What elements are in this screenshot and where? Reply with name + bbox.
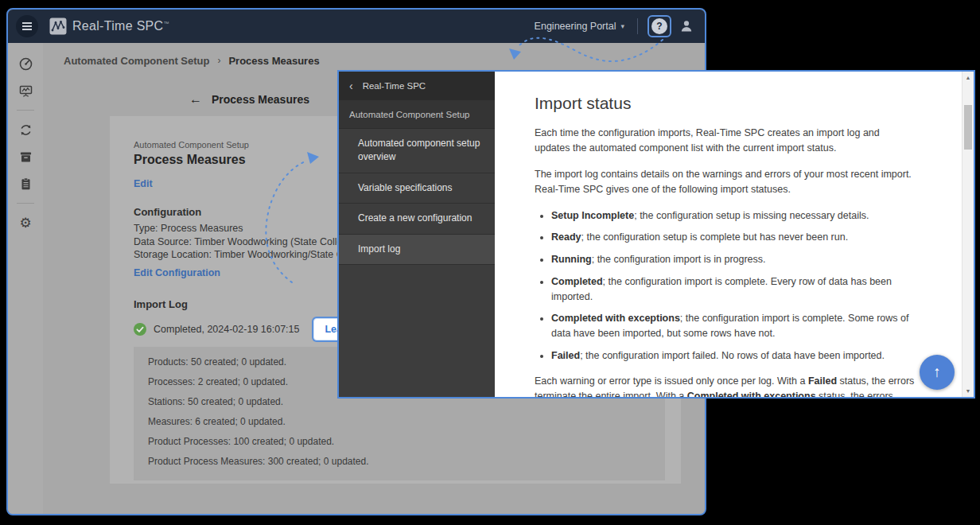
clipboard-icon[interactable] [18, 176, 33, 192]
scrollbar-thumb[interactable] [964, 105, 972, 150]
rail-divider [17, 203, 34, 204]
logo-mark-icon [49, 18, 67, 35]
help-nav-back[interactable]: ‹ Real-Time SPC [339, 72, 495, 100]
portal-dropdown[interactable]: Engineering Portal ▾ [535, 21, 624, 32]
help-nav-item[interactable]: Variable specifications [339, 173, 495, 204]
help-paragraph: The import log contains details on the w… [535, 167, 915, 198]
help-nav-items: Automated component setup overview Varia… [339, 129, 495, 265]
rail-divider [17, 110, 34, 111]
left-icon-rail: ⚙ [8, 43, 43, 514]
gear-icon[interactable]: ⚙ [18, 215, 33, 231]
help-paragraph: Each time the configuration imports, Rea… [535, 126, 915, 157]
edit-link[interactable]: Edit [134, 178, 153, 189]
import-status-item: Setup Incomplete; the configuration setu… [551, 208, 915, 224]
page-title: Process Measures [212, 93, 309, 106]
help-icon: ? [651, 18, 667, 34]
edit-configuration-link[interactable]: Edit Configuration [134, 267, 220, 278]
app-title: Real-Time SPC™ [72, 19, 169, 33]
help-paragraph: Each warning or error type is issued onl… [535, 374, 915, 398]
import-status-list: Setup Incomplete; the configuration setu… [535, 208, 915, 364]
import-status-item: Failed; the configuration import failed.… [551, 348, 915, 364]
top-bar: Real-Time SPC™ Engineering Portal ▾ ? [8, 10, 705, 43]
chevron-left-icon: ‹ [349, 80, 353, 92]
help-nav-back-label: Real-Time SPC [363, 81, 426, 91]
import-status-item: Completed; the configuration import is c… [551, 274, 915, 305]
import-stat-line: Product Processes: 100 created; 0 update… [148, 436, 651, 447]
sync-icon[interactable] [18, 122, 33, 138]
user-icon[interactable] [679, 19, 694, 33]
menu-icon[interactable] [16, 15, 38, 37]
check-circle-icon [134, 323, 146, 336]
import-stat-line: Measures: 6 created; 0 updated. [148, 416, 651, 427]
help-nav-item[interactable]: Automated component setup overview [339, 129, 495, 173]
arrow-up-icon: ↑ [933, 364, 941, 381]
help-panel: ‹ Real-Time SPC Automated Component Setu… [337, 70, 975, 399]
breadcrumb-separator: › [217, 55, 220, 66]
import-status-item: Ready; the configuration setup is comple… [551, 230, 915, 245]
scrollbar-up-icon[interactable]: ▲ [962, 75, 974, 80]
portal-label: Engineering Portal [535, 21, 616, 32]
help-title: Import status [535, 94, 915, 113]
help-nav-section-label: Automated Component Setup [339, 100, 495, 129]
help-button[interactable]: ? [648, 15, 671, 37]
breadcrumb-current: Process Measures [228, 55, 319, 67]
import-status-item: Completed with exceptions; the configura… [551, 311, 915, 341]
help-nav-item[interactable]: Create a new configuration [339, 204, 495, 234]
archive-icon[interactable] [18, 149, 33, 165]
help-nav: ‹ Real-Time SPC Automated Component Setu… [339, 72, 495, 397]
back-arrow-icon[interactable]: ← [189, 92, 202, 107]
scrollbar-down-icon[interactable]: ▼ [962, 388, 974, 394]
help-content: Import status Each time the configuratio… [495, 72, 974, 397]
presentation-chart-icon[interactable] [18, 83, 33, 99]
scrollbar[interactable]: ▲ ▼ [962, 72, 974, 397]
topbar-divider [637, 18, 638, 34]
import-status-text: Completed, 2024-02-19 16:07:15 [154, 324, 299, 335]
chevron-down-icon: ▾ [620, 22, 624, 30]
scroll-to-top-button[interactable]: ↑ [920, 355, 955, 390]
breadcrumb-parent[interactable]: Automated Component Setup [64, 55, 209, 67]
gauge-icon[interactable] [18, 56, 33, 72]
help-nav-item[interactable]: Import log [339, 235, 495, 265]
import-stat-line: Product Process Measures: 300 created; 0… [148, 456, 651, 467]
import-status-item: Running; the configuration import is in … [551, 252, 915, 267]
